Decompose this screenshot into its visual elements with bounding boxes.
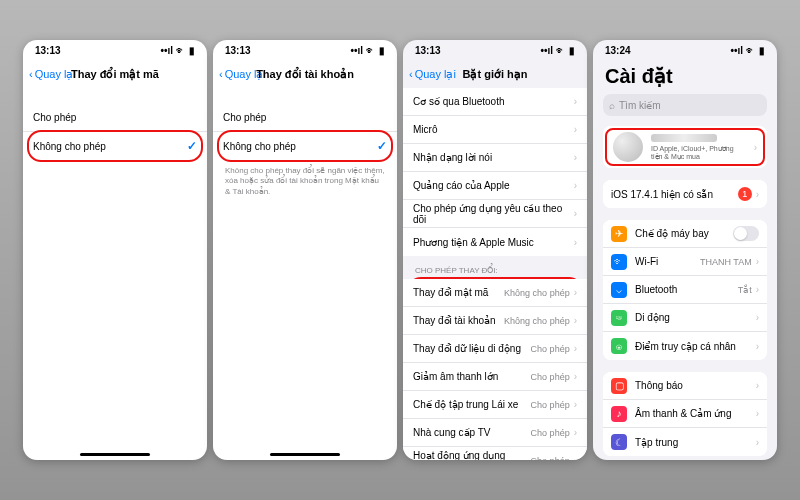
nav-bar: ‹ Quay lại Bặt giới hạn <box>403 60 587 88</box>
settings-row[interactable]: ⍟Điểm truy cập cá nhân› <box>603 332 767 360</box>
back-label: Quay lại <box>225 68 266 81</box>
home-indicator[interactable] <box>80 453 150 456</box>
row-label: Chế độ tập trung Lái xe <box>413 399 531 410</box>
row-value: Cho phép <box>531 372 570 382</box>
settings-row[interactable]: ✈Chế độ máy bay <box>603 220 767 248</box>
chevron-right-icon: › <box>756 256 759 267</box>
profile-row[interactable]: ID Apple, iCloud+, Phương tiện & Mục mua… <box>603 126 767 168</box>
option-allow[interactable]: Cho phép <box>23 104 207 132</box>
option-deny[interactable]: Không cho phép ✓ <box>23 132 207 160</box>
settings-row[interactable]: Micrô› <box>403 116 587 144</box>
row-label: Micrô <box>413 124 574 135</box>
back-button[interactable]: ‹ Quay lại <box>409 68 456 81</box>
option-allow[interactable]: Cho phép <box>213 104 397 132</box>
option-label: Cho phép <box>33 112 197 123</box>
check-icon: ✓ <box>187 139 197 153</box>
status-bar: 13:13 ••ıl ᯤ ▮ <box>403 40 587 60</box>
row-label: Thay đổi mật mã <box>413 287 504 298</box>
search-icon: ⌕ <box>609 100 615 111</box>
group-header: CHO PHÉP THAY ĐỔI: <box>403 266 587 279</box>
option-label: Không cho phép <box>223 141 377 152</box>
settings-row[interactable]: Nhà cung cấp TVCho phép› <box>403 419 587 447</box>
chevron-right-icon: › <box>754 142 757 153</box>
chevron-right-icon: › <box>574 124 577 135</box>
row-value: Không cho phép <box>504 316 570 326</box>
status-icons: ••ıl ᯤ ▮ <box>160 45 195 56</box>
status-time: 13:24 <box>605 45 631 56</box>
settings-row[interactable]: ᯤWi-FiTHANH TAM› <box>603 248 767 276</box>
status-bar: 13:13 ••ıl ᯤ ▮ <box>213 40 397 60</box>
chevron-right-icon: › <box>574 427 577 438</box>
chevron-left-icon: ‹ <box>29 68 33 80</box>
row-label: Thay đổi dữ liệu di động <box>413 343 531 354</box>
avatar <box>613 132 643 162</box>
status-bar: 13:24 ••ıl ᯤ ▮ <box>593 40 777 60</box>
back-button[interactable]: ‹ Quay lại <box>219 68 266 81</box>
content: Cho phép Không cho phép ✓ <box>23 88 207 460</box>
chevron-right-icon: › <box>574 152 577 163</box>
chevron-right-icon: › <box>574 208 577 219</box>
chevron-right-icon: › <box>756 284 759 295</box>
row-label: Tập trung <box>635 437 756 448</box>
settings-row[interactable]: Thay đổi mật mãKhông cho phép› <box>403 279 587 307</box>
row-label: Phương tiện & Apple Music <box>413 237 574 248</box>
row-icon: ᯤ <box>611 254 627 270</box>
settings-row[interactable]: ⎃Di động› <box>603 304 767 332</box>
settings-row[interactable]: Cơ số qua Bluetooth› <box>403 88 587 116</box>
content: Cho phép Không cho phép ✓ Không cho phép… <box>213 88 397 460</box>
row-icon: ⍟ <box>611 338 627 354</box>
settings-row[interactable]: ☾Tập trung› <box>603 428 767 456</box>
status-time: 13:13 <box>35 45 61 56</box>
back-button[interactable]: ‹ Quay lại <box>29 68 76 81</box>
settings-row[interactable]: Thay đổi tài khoảnKhông cho phép› <box>403 307 587 335</box>
option-deny[interactable]: Không cho phép ✓ <box>213 132 397 160</box>
phone-screen-1: 13:13 ••ıl ᯤ ▮ ‹ Quay lại Thay đổi mật m… <box>23 40 207 460</box>
settings-row[interactable]: Cho phép ứng dụng yêu cầu theo dõi› <box>403 200 587 228</box>
wifi-icon: ᯤ <box>366 45 376 56</box>
home-indicator[interactable] <box>270 453 340 456</box>
option-label: Không cho phép <box>33 141 187 152</box>
settings-row[interactable]: ▢Thông báo› <box>603 372 767 400</box>
signal-icon: ••ıl <box>730 45 743 56</box>
toggle[interactable] <box>733 226 759 241</box>
row-label: Wi-Fi <box>635 256 700 267</box>
software-update-row[interactable]: iOS 17.4.1 hiện có sẵn 1 › <box>603 180 767 208</box>
battery-icon: ▮ <box>379 45 385 56</box>
wifi-icon: ᯤ <box>176 45 186 56</box>
search-input[interactable]: ⌕ Tìm kiếm <box>603 94 767 116</box>
settings-row[interactable]: Quảng cáo của Apple› <box>403 172 587 200</box>
row-value: Cho phép <box>531 456 570 460</box>
settings-row[interactable]: ♪Âm thanh & Cảm ứng› <box>603 400 767 428</box>
chevron-right-icon: › <box>756 437 759 448</box>
page-title: Cài đặt <box>593 60 777 94</box>
status-icons: ••ıl ᯤ ▮ <box>350 45 385 56</box>
chevron-left-icon: ‹ <box>219 68 223 80</box>
chevron-right-icon: › <box>574 343 577 354</box>
row-label: Quảng cáo của Apple <box>413 180 574 191</box>
profile-subtitle: ID Apple, iCloud+, Phương tiện & Mục mua <box>651 145 746 160</box>
battery-icon: ▮ <box>569 45 575 56</box>
settings-row[interactable]: Thay đổi dữ liệu di độngCho phép› <box>403 335 587 363</box>
settings-row[interactable]: ⌵BluetoothTắt› <box>603 276 767 304</box>
signal-icon: ••ıl <box>350 45 363 56</box>
row-icon: ♪ <box>611 406 627 422</box>
settings-row[interactable]: Nhận dạng lời nói› <box>403 144 587 172</box>
settings-row[interactable]: Chế độ tập trung Lái xeCho phép› <box>403 391 587 419</box>
content: Cơ số qua Bluetooth›Micrô›Nhận dạng lời … <box>403 88 587 460</box>
option-label: Cho phép <box>223 112 387 123</box>
row-label: Giảm âm thanh lớn <box>413 371 531 382</box>
chevron-right-icon: › <box>574 180 577 191</box>
status-icons: ••ıl ᯤ ▮ <box>730 45 765 56</box>
settings-row[interactable]: Phương tiện & Apple Music› <box>403 228 587 256</box>
status-time: 13:13 <box>225 45 251 56</box>
chevron-right-icon: › <box>756 380 759 391</box>
check-icon: ✓ <box>377 139 387 153</box>
row-label: Bluetooth <box>635 284 738 295</box>
wifi-icon: ᯤ <box>556 45 566 56</box>
row-value: Tắt <box>738 285 752 295</box>
settings-row[interactable]: Giảm âm thanh lớnCho phép› <box>403 363 587 391</box>
chevron-right-icon: › <box>574 456 577 461</box>
status-bar: 13:13 ••ıl ᯤ ▮ <box>23 40 207 60</box>
settings-row[interactable]: Hoạt động ứng dụng trong nềnCho phép› <box>403 447 587 460</box>
row-value: Cho phép <box>531 400 570 410</box>
